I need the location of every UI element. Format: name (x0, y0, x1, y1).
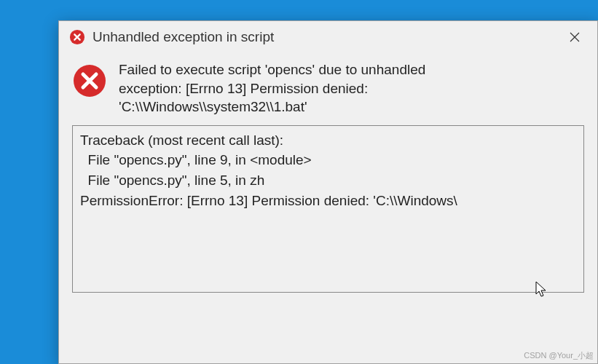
dialog-title: Unhandled exception in script (93, 29, 559, 45)
error-icon-large (72, 63, 107, 98)
message-line: Failed to execute script 'opencs' due to… (119, 60, 425, 79)
error-message: Failed to execute script 'opencs' due to… (119, 60, 425, 116)
watermark-text: CSDN @Your_小超 (524, 350, 594, 361)
message-row: Failed to execute script 'opencs' due to… (59, 53, 597, 125)
error-icon (69, 29, 85, 45)
message-line: 'C:\\Windows\\system32\\1.bat' (119, 98, 425, 116)
close-icon (569, 31, 581, 43)
error-dialog: Unhandled exception in script Failed to … (58, 20, 598, 364)
titlebar: Unhandled exception in script (59, 21, 597, 53)
close-button[interactable] (559, 25, 590, 49)
message-line: exception: [Errno 13] Permission denied: (119, 79, 425, 98)
traceback-textbox[interactable]: Traceback (most recent call last): File … (72, 125, 584, 293)
